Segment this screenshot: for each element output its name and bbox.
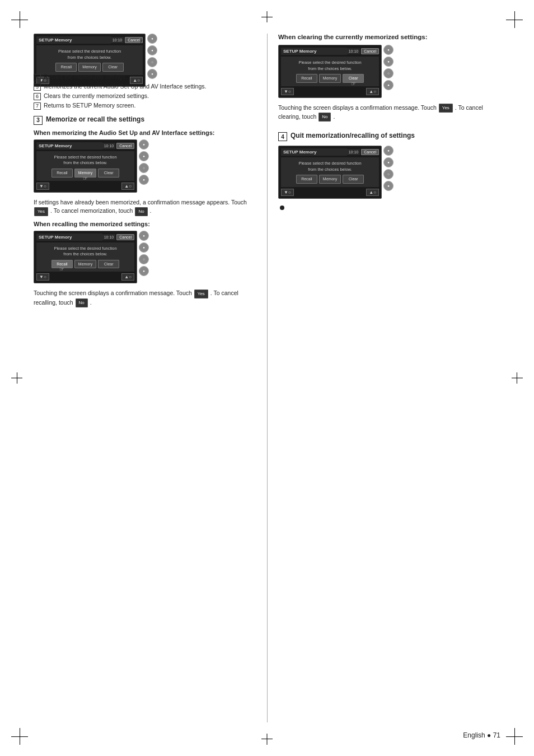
sub2-side-icon-3: ○ [139, 254, 149, 264]
section4-screen-time: 10:10 [347, 149, 360, 155]
sub1-corner-btn[interactable]: ▲○ [121, 183, 134, 190]
section4-side-icon-2: ● [383, 157, 394, 167]
sub1-screen-body: Please select the desired function from … [36, 151, 134, 181]
top-side-icon-4: ● [147, 69, 157, 79]
section4-side-icons: ● ● ○ ● [383, 146, 394, 191]
sub1-yes-btn[interactable]: Yes [34, 207, 48, 216]
top-body-line1: Please select the desired function [39, 49, 140, 55]
sub2-recall-btn[interactable]: Recall ☞ [51, 260, 73, 269]
right-clearing-side-icons: ● ● ○ ● [383, 45, 394, 90]
sub1-clear-btn[interactable]: Clear [98, 169, 119, 178]
sub2-device-screen: SETUP Memory 10:10 Cancel Please select … [34, 231, 137, 284]
section4-screen-body: Please select the desired function from … [281, 157, 379, 187]
sub1-nav-btn[interactable]: ▼○ [36, 183, 49, 190]
num-item-5-text: Memorizes the current Audio Set Up and A… [44, 83, 206, 90]
right-clearing-buttons: Recall Memory Clear ☞ [283, 74, 377, 83]
section4-side-icon-1: ● [383, 146, 394, 156]
right-clearing-desc: Touching the screen displays a confirmat… [278, 104, 500, 122]
sub2-side-icon-1: ● [139, 231, 149, 241]
section4-side-icon-3: ○ [383, 169, 394, 179]
right-clearing-clear[interactable]: Clear ☞ [343, 74, 364, 83]
num-box-5: 5 [34, 83, 41, 91]
right-clearing-screen-row: SETUP Memory 10:10 Cancel Please select … [278, 45, 500, 98]
section3-num: 3 [34, 116, 43, 125]
crosshair-bottom-h [261, 739, 273, 739]
right-clearing-body: Please select the desired function from … [281, 57, 379, 86]
left-column: SETUP Memory 10:10 Cancel Please select … [34, 34, 267, 311]
top-side-icons: ● ● ○ ● [147, 34, 157, 79]
crosshair-top-h [261, 17, 273, 17]
sub1-heading: When memorizing the Audio Set Up and AV … [34, 129, 256, 136]
section4-cancel-btn[interactable]: Cancel [361, 149, 379, 155]
section4-nav-btn[interactable]: ▼○ [281, 189, 294, 196]
reg-mark-tr [506, 11, 523, 28]
sub2-body-line1: Please select the desired function [39, 246, 132, 252]
section4-screen-header: SETUP Memory 10:10 Cancel [281, 148, 379, 156]
sub2-nav-btn[interactable]: ▼○ [36, 273, 49, 281]
section4-corner-btn[interactable]: ▲○ [366, 189, 379, 196]
sub1-body-line1: Please select the desired function [39, 155, 132, 161]
sub2-memory-btn[interactable]: Memory [74, 260, 96, 269]
section4-clear-btn[interactable]: Clear [343, 175, 364, 184]
sub2-screen-header: SETUP Memory 10:10 Cancel [36, 234, 134, 241]
top-clear-btn[interactable]: Clear [102, 63, 124, 72]
right-clearing-time: 10:10 [347, 48, 360, 54]
sub2-desc: Touching the screen displays a confirmat… [34, 289, 256, 307]
sub1-side-icon-4: ● [139, 175, 149, 185]
right-clearing-nav[interactable]: ▼○ [281, 88, 294, 95]
right-clearing-memory[interactable]: Memory [319, 74, 341, 83]
section4-memory-btn[interactable]: Memory [319, 175, 341, 184]
sub2-heading: When recalling the memorized settings: [34, 221, 256, 227]
sub2-body-line2: from the choices below. [39, 251, 132, 258]
right-clearing-corner[interactable]: ▲○ [366, 88, 379, 95]
sub1-memory-btn[interactable]: Memory ☞ [74, 169, 96, 178]
sub1-side-icons: ● ● ○ ● [139, 139, 149, 185]
sub1-desc1: If settings have already been memorized,… [34, 199, 247, 206]
num-item-4-text: Recalls the memorized settings. [44, 73, 127, 80]
sub2-clear-btn[interactable]: Clear [98, 260, 119, 269]
num-item-7: 7 Returns to SETUP Memory screen. [34, 102, 256, 110]
section4-recall-btn[interactable]: Recall [296, 175, 317, 184]
sub2-desc1: Touching the screen displays a confirmat… [34, 290, 192, 296]
reg-mark-tl [11, 11, 28, 28]
right-clearing-no-btn[interactable]: No [318, 113, 331, 122]
top-recall-btn[interactable]: Recall [55, 63, 77, 72]
num-box-7: 7 [34, 102, 41, 110]
sub1-screen-title: SETUP Memory [36, 142, 102, 150]
dot-sep: ● [487, 731, 493, 739]
sub2-yes-btn[interactable]: Yes [194, 290, 208, 298]
page-num-label: 71 [493, 731, 500, 739]
top-memory-btn[interactable]: Memory [78, 63, 100, 72]
num-item-6-text: Clears the currently memorized settings. [44, 92, 149, 99]
right-clearing-desc1: Touching the screen displays a confirmat… [278, 104, 437, 111]
right-clearing-yes-btn[interactable]: Yes [439, 104, 453, 113]
sub1-side-icon-2: ● [139, 151, 149, 161]
right-clearing-icon-3: ○ [383, 68, 394, 78]
section4-screen-row: SETUP Memory 10:10 Cancel Please select … [278, 146, 500, 199]
right-clearing-cancel[interactable]: Cancel [361, 48, 379, 54]
sub1-no-btn[interactable]: No [135, 207, 147, 216]
sub1-device-screen: SETUP Memory 10:10 Cancel Please select … [34, 139, 137, 193]
sub2-corner-btn[interactable]: ▲○ [121, 273, 134, 281]
sub2-no-btn[interactable]: No [76, 298, 88, 307]
sub2-side-icon-4: ● [139, 266, 149, 276]
sub1-cancel-btn[interactable]: Cancel [116, 143, 134, 149]
column-divider [267, 34, 268, 722]
section4-device-screen: SETUP Memory 10:10 Cancel Please select … [278, 146, 382, 199]
top-screen-body: Please select the desired function from … [36, 45, 143, 75]
section3-heading: 3 Memorize or recall the settings [34, 115, 256, 125]
sub2-screen-body: Please select the desired function from … [36, 242, 134, 272]
num-item-7-text: Returns to SETUP Memory screen. [44, 102, 135, 109]
right-clearing-recall[interactable]: Recall [296, 74, 317, 83]
top-screen-buttons: Recall Memory Clear [39, 63, 140, 72]
sub1-recall-btn[interactable]: Recall [51, 169, 73, 178]
sub1-desc2: . To cancel memorization, touch [50, 207, 133, 214]
page-number: English ● 71 [463, 731, 500, 739]
section4-heading: 4 Quit memorization/recalling of setting… [278, 132, 500, 141]
right-clearing-title: SETUP Memory [281, 48, 347, 55]
top-screen-time: 10:10 [111, 37, 124, 43]
sub2-screen-buttons: Recall ☞ Memory Clear [39, 260, 132, 269]
sub2-cancel-btn[interactable]: Cancel [116, 234, 134, 240]
num-box-4: 4 [34, 74, 41, 81]
section4-body-line1: Please select the desired function [283, 161, 377, 167]
